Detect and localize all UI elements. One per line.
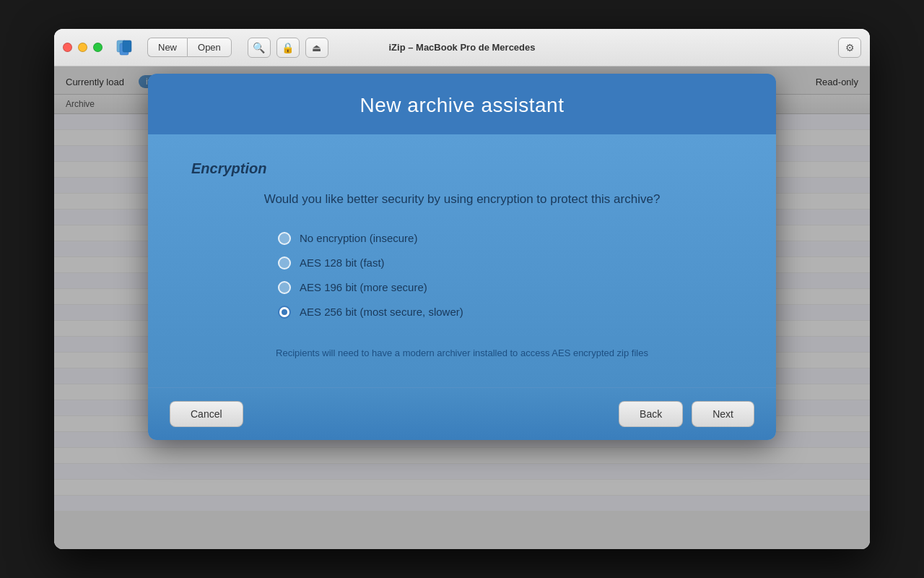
radio-circle-aes-256 xyxy=(278,306,291,319)
app-window: New Open 🔍 🔒 ⏏ iZip – MacBook Pro de Mer… xyxy=(54,29,870,549)
minimize-button[interactable] xyxy=(78,43,87,52)
close-button[interactable] xyxy=(63,43,72,52)
info-text: Recipients will need to have a modern ar… xyxy=(191,348,733,358)
titlebar: New Open 🔍 🔒 ⏏ iZip – MacBook Pro de Mer… xyxy=(54,29,870,66)
maximize-button[interactable] xyxy=(93,43,103,52)
modal-title: New archive assistant xyxy=(177,94,747,117)
eject-icon: ⏏ xyxy=(312,42,321,53)
toolbar-buttons: New Open xyxy=(147,38,232,57)
question-text: Would you like better security by using … xyxy=(191,190,733,209)
open-button[interactable]: Open xyxy=(187,38,232,57)
footer-right-buttons: Back Next xyxy=(619,401,754,427)
radio-item-aes-256[interactable]: AES 256 bit (most secure, slower) xyxy=(278,306,733,319)
app-icon xyxy=(114,36,137,59)
radio-label-aes-256: AES 256 bit (most secure, slower) xyxy=(300,306,463,318)
radio-item-aes-196[interactable]: AES 196 bit (more secure) xyxy=(278,281,733,294)
modal-footer: Cancel Back Next xyxy=(148,387,776,440)
traffic-lights xyxy=(63,43,103,52)
radio-circle-aes-196 xyxy=(278,281,291,294)
radio-circle-no-encryption xyxy=(278,232,291,245)
radio-label-aes-196: AES 196 bit (more secure) xyxy=(300,281,427,293)
icon-buttons: 🔍 🔒 ⏏ xyxy=(248,38,328,58)
search-icon-button[interactable]: 🔍 xyxy=(248,38,271,58)
radio-label-aes-128: AES 128 bit (fast) xyxy=(300,256,385,269)
search-icon: 🔍 xyxy=(253,42,265,53)
encryption-radio-group: No encryption (insecure)AES 128 bit (fas… xyxy=(278,232,733,319)
window-title: iZip – MacBook Pro de Mercedes xyxy=(388,42,535,53)
gear-button[interactable]: ⚙ xyxy=(838,38,861,58)
modal-header: New archive assistant xyxy=(148,74,776,134)
cancel-button[interactable]: Cancel xyxy=(170,401,243,427)
radio-label-no-encryption: No encryption (insecure) xyxy=(300,232,417,244)
section-title: Encryption xyxy=(191,160,733,177)
gear-icon: ⚙ xyxy=(845,42,855,53)
radio-item-no-encryption[interactable]: No encryption (insecure) xyxy=(278,232,733,245)
back-button[interactable]: Back xyxy=(619,401,683,427)
eject-icon-button[interactable]: ⏏ xyxy=(305,38,328,58)
next-button[interactable]: Next xyxy=(692,401,754,427)
radio-circle-aes-128 xyxy=(278,256,291,269)
modal-dialog: New archive assistant Encryption Would y… xyxy=(148,74,776,440)
modal-overlay: New archive assistant Encryption Would y… xyxy=(54,66,870,549)
lock-icon: 🔒 xyxy=(282,42,294,53)
new-button[interactable]: New xyxy=(147,38,187,57)
main-area: Currently load im disk space Read-only A… xyxy=(54,66,870,549)
lock-icon-button[interactable]: 🔒 xyxy=(276,38,300,58)
svg-rect-2 xyxy=(123,40,131,52)
modal-body: Encryption Would you like better securit… xyxy=(148,134,776,387)
radio-item-aes-128[interactable]: AES 128 bit (fast) xyxy=(278,256,733,269)
